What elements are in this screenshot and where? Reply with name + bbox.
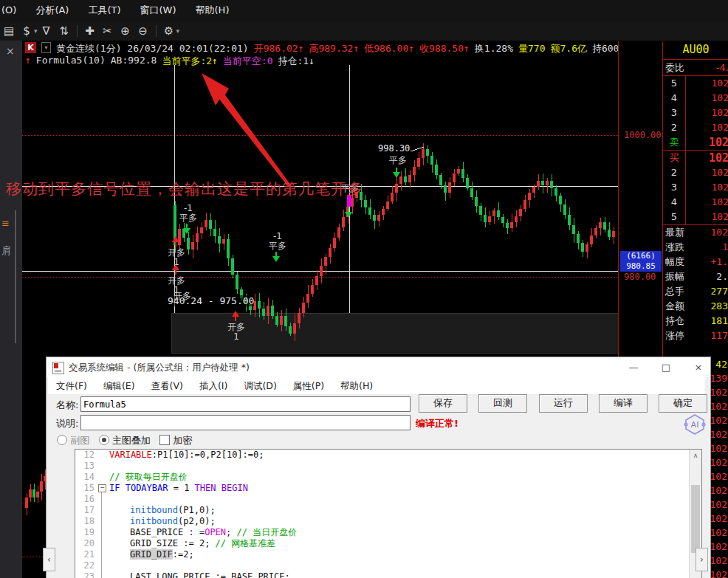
scroll-up-icon[interactable]: ∧ bbox=[690, 450, 701, 461]
tail-value: 102 bbox=[710, 471, 727, 482]
menu-item-0[interactable]: (O) bbox=[0, 0, 26, 21]
gear-icon-caret[interactable]: ▾ bbox=[176, 27, 180, 35]
description-field[interactable] bbox=[80, 415, 411, 430]
stat-row-涨跌: 涨跌1 bbox=[663, 240, 728, 255]
axis-label-lower: 980.00 bbox=[624, 272, 656, 282]
close-button[interactable]: × bbox=[687, 357, 710, 377]
gear-icon[interactable]: ⚙ bbox=[160, 24, 178, 38]
compile-button[interactable]: 编译 bbox=[599, 394, 648, 413]
dialog-menu-help[interactable]: 帮助(H) bbox=[332, 377, 381, 394]
sidebar-tab-label[interactable]: 肩 bbox=[1, 244, 11, 258]
name-field[interactable] bbox=[80, 396, 411, 412]
toolbar: ▤$▾∇⇅✚✂⊕⊖⚙▾ bbox=[0, 21, 728, 41]
stat-row-振幅: 振幅2. bbox=[663, 269, 728, 284]
current-price-box: (6166) 980.85 bbox=[620, 251, 662, 272]
code-line-17: 17initbound(P1,0); bbox=[75, 505, 701, 516]
dialog-menu-properties[interactable]: 属性(P) bbox=[285, 377, 332, 394]
sort-icon[interactable]: ⇅ bbox=[55, 24, 73, 38]
signal-marker: 开多 1 bbox=[225, 323, 247, 342]
orderbook-row: 卖102 bbox=[663, 135, 728, 150]
menu-item-2[interactable]: 工具(T) bbox=[78, 0, 130, 21]
radio-mainchart-label: 主图叠加 bbox=[112, 435, 151, 446]
tail-value: 42 bbox=[715, 359, 727, 370]
orderbook-row: 2102 bbox=[663, 120, 728, 135]
tail-value: 102 bbox=[710, 499, 727, 510]
move-icon[interactable]: ✚ bbox=[81, 24, 99, 38]
hscroll-left-button[interactable]: ‹ bbox=[43, 548, 55, 571]
tail-value: 102 bbox=[710, 415, 727, 426]
code-line-19: 19BASE_PRICE : =OPEN; // 当日开盘价 bbox=[75, 527, 701, 538]
left-sidebar: × ≡ 肩 bbox=[0, 41, 22, 578]
radio-mainchart[interactable] bbox=[99, 435, 109, 445]
toolbar-separator bbox=[156, 25, 157, 37]
compile-status-text: 编译正常! bbox=[416, 417, 459, 430]
dialog-menu-debug[interactable]: 调试(D) bbox=[236, 377, 284, 394]
run-button[interactable]: 运行 bbox=[539, 394, 588, 413]
orderbook-row: 5102 bbox=[663, 210, 728, 224]
code-line-12: 12VARIABLE:P1[10]:=0,P2[10]:=0; bbox=[75, 450, 701, 461]
scrollbar-thumb[interactable] bbox=[691, 485, 700, 553]
menu-item-3[interactable]: 窗口(W) bbox=[131, 0, 186, 21]
filter-icon[interactable]: ∇ bbox=[38, 24, 55, 38]
orderbook-body: 委比-4.5102410231022102卖102买10221023102410… bbox=[663, 60, 728, 343]
weibi-row: 委比-4. bbox=[663, 60, 728, 76]
fold-guide-line bbox=[101, 492, 102, 578]
tail-value: 102 bbox=[710, 513, 727, 524]
formula-doc-icon bbox=[52, 362, 64, 374]
tail-value: 102 bbox=[710, 457, 727, 468]
down-arrow-icon bbox=[272, 252, 281, 262]
code-line-22: 22 bbox=[75, 560, 701, 571]
code-line-23: 23LAST_LONG_PRICE := BASE_PRICE; bbox=[75, 571, 701, 578]
orderbook-row: 2102 bbox=[663, 165, 728, 180]
maximize-button[interactable]: □ bbox=[655, 357, 677, 377]
menu-item-1[interactable]: 分析(A) bbox=[26, 0, 78, 21]
menu-item-4[interactable]: 帮助(H) bbox=[186, 0, 239, 21]
tail-value: 102 bbox=[710, 527, 727, 538]
up-arrow-icon bbox=[171, 236, 180, 247]
dialog-titlebar[interactable]: 交易系统编辑 - (所属公式组：用户待处理 *) — □ × bbox=[47, 357, 710, 377]
tail-value: 102 bbox=[710, 569, 727, 578]
radio-subchart[interactable] bbox=[57, 435, 67, 445]
orderbook-row: 买102 bbox=[663, 150, 728, 165]
eraser-icon[interactable]: ✂ bbox=[99, 24, 117, 38]
dialog-menu-edit[interactable]: 编辑(E) bbox=[95, 377, 143, 394]
overlay-options: 副图 主图叠加 加密 bbox=[57, 434, 192, 447]
code-editor[interactable]: 12VARIABLE:P1[10]:=0,P2[10]:=0;1314// 获取… bbox=[75, 449, 702, 578]
trade-system-editor-dialog[interactable]: 交易系统编辑 - (所属公式组：用户待处理 *) — □ × 文件(F)编辑(E… bbox=[46, 357, 711, 578]
dialog-menu-insert[interactable]: 插入(I) bbox=[191, 377, 236, 394]
orderbook-row: 5102 bbox=[663, 76, 728, 91]
tail-value: 102 bbox=[710, 401, 727, 412]
svg-text:AI: AI bbox=[691, 420, 699, 430]
dialog-menu-view[interactable]: 查看(V) bbox=[143, 377, 191, 394]
menubar: (O)分析(A)工具(T)窗口(W)帮助(H) bbox=[0, 0, 728, 21]
save-button[interactable]: 保存 bbox=[419, 394, 467, 413]
current-price-value: 980.85 bbox=[620, 261, 662, 272]
ai-assistant-icon[interactable]: AI bbox=[682, 413, 707, 436]
confirm-button[interactable]: 确定 bbox=[659, 394, 707, 413]
toolbar-separator bbox=[77, 25, 78, 37]
stat-row-总手: 总手277 bbox=[663, 284, 728, 299]
sidebar-tab-icon[interactable]: ≡ bbox=[1, 218, 10, 229]
dialog-menu-file[interactable]: 文件(F) bbox=[48, 377, 95, 394]
tail-value: 139 bbox=[710, 373, 727, 384]
fold-toggle-icon[interactable]: − bbox=[98, 484, 106, 492]
stat-row-金额: 金额283 bbox=[663, 299, 728, 314]
signal-marker: 平多 bbox=[387, 156, 409, 165]
close-icon[interactable]: × bbox=[6, 45, 15, 57]
orderbook-row: 4102 bbox=[663, 91, 728, 106]
zoom-out-icon[interactable]: ⊖ bbox=[134, 24, 152, 38]
minimize-button[interactable]: — bbox=[622, 357, 645, 377]
dollar-icon[interactable]: $ bbox=[18, 24, 35, 38]
encrypt-checkbox[interactable] bbox=[159, 435, 170, 445]
backtest-button[interactable]: 回测 bbox=[478, 394, 527, 413]
zoom-in-icon[interactable]: ⊕ bbox=[117, 24, 134, 38]
document-icon[interactable]: ▤ bbox=[0, 24, 18, 38]
signal-marker: -1 平多 bbox=[177, 204, 199, 223]
sidebar-scrollbar[interactable] bbox=[15, 210, 16, 343]
hscroll-right-button[interactable]: › bbox=[696, 548, 708, 571]
stat-row-幅度: 幅度+1. bbox=[663, 255, 728, 269]
orderbook-row: 3102 bbox=[663, 106, 728, 120]
code-line-13: 13 bbox=[75, 461, 701, 472]
dialog-menubar: 文件(F)编辑(E)查看(V)插入(I)调试(D)属性(P)帮助(H) bbox=[48, 377, 705, 395]
peak-price-label: 998.30 bbox=[378, 143, 410, 154]
